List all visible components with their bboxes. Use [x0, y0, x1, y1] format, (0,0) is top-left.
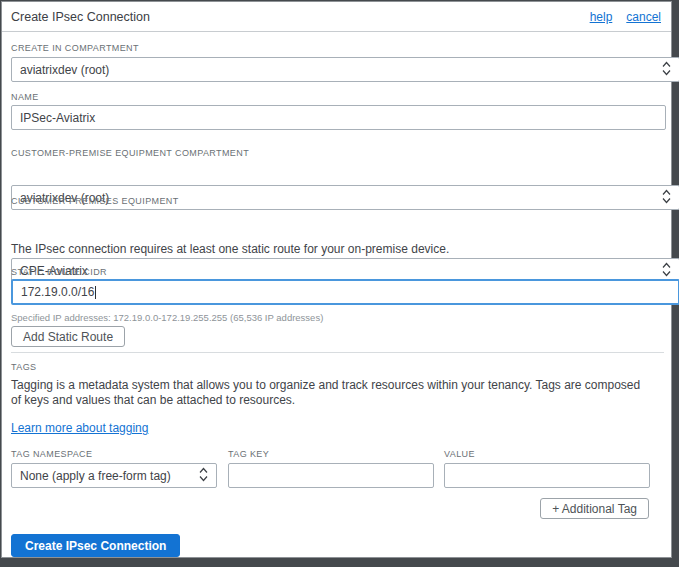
name-input[interactable] [11, 105, 666, 130]
cancel-link[interactable]: cancel [626, 10, 661, 24]
tags-description: Tagging is a metadata system that allows… [11, 378, 651, 408]
add-static-route-button[interactable]: Add Static Route [11, 326, 125, 347]
dialog-header: Create IPsec Connection help cancel [2, 2, 671, 32]
cidr-helper-text: Specified IP addresses: 172.19.0.0-172.1… [11, 312, 664, 323]
static-route-note: The IPsec connection requires at least o… [11, 242, 664, 257]
help-link[interactable]: help [590, 10, 613, 24]
section-divider [11, 352, 664, 353]
tags-section-label: TAGS [11, 362, 664, 372]
tag-namespace-column: TAG NAMESPACE None (apply a free-form ta… [11, 449, 217, 488]
tag-key-label: TAG KEY [228, 449, 434, 459]
create-in-compartment-label: CREATE IN COMPARTMENT [11, 43, 664, 53]
text-cursor [95, 286, 96, 299]
learn-more-tagging-link[interactable]: Learn more about tagging [11, 421, 148, 435]
tag-value-label: VALUE [444, 449, 650, 459]
create-ipsec-connection-dialog: Create IPsec Connection help cancel CREA… [1, 1, 672, 558]
static-route-cidr-input[interactable]: 172.19.0.0/16 [11, 279, 679, 305]
select-chevrons-icon [662, 61, 671, 79]
tag-key-input[interactable] [228, 463, 434, 488]
tag-namespace-select[interactable]: None (apply a free-form tag) [11, 463, 217, 488]
tag-namespace-label: TAG NAMESPACE [11, 449, 217, 459]
cpe-label: CUSTOMER-PREMISES EQUIPMENT [11, 196, 664, 206]
create-ipsec-connection-button[interactable]: Create IPsec Connection [11, 534, 180, 557]
header-links: help cancel [590, 10, 661, 24]
static-route-cidr-label: STATIC ROUTE CIDR [11, 267, 664, 277]
window-frame: Create IPsec Connection help cancel CREA… [0, 0, 679, 567]
additional-tag-button[interactable]: + Additional Tag [540, 498, 649, 519]
cpe-compartment-label: CUSTOMER-PREMISE EQUIPMENT COMPARTMENT [11, 148, 664, 158]
page-title: Create IPsec Connection [11, 10, 150, 24]
select-chevrons-icon [199, 467, 208, 485]
create-in-compartment-select[interactable]: aviatrixdev (root) [11, 57, 679, 82]
name-label: NAME [11, 92, 664, 102]
tag-value-column: VALUE [444, 449, 650, 488]
create-in-compartment-value: aviatrixdev (root) [20, 63, 671, 77]
tag-value-input[interactable] [444, 463, 650, 488]
tag-key-column: TAG KEY [228, 449, 434, 488]
tag-namespace-value: None (apply a free-form tag) [20, 469, 208, 483]
static-route-cidr-value: 172.19.0.0/16 [21, 285, 94, 299]
